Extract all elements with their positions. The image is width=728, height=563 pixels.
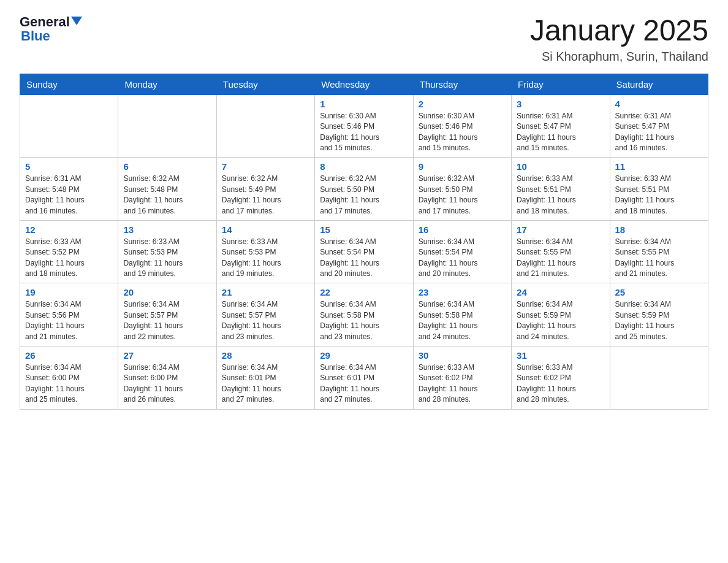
calendar-cell: 27Sunrise: 6:34 AM Sunset: 6:00 PM Dayli… bbox=[118, 347, 216, 410]
day-number: 5 bbox=[25, 161, 113, 172]
calendar-cell: 12Sunrise: 6:33 AM Sunset: 5:52 PM Dayli… bbox=[20, 220, 118, 283]
calendar-cell: 23Sunrise: 6:34 AM Sunset: 5:58 PM Dayli… bbox=[413, 283, 511, 347]
day-info: Sunrise: 6:33 AM Sunset: 6:02 PM Dayligh… bbox=[517, 362, 604, 405]
day-number: 12 bbox=[25, 224, 113, 235]
logo-triangle-icon bbox=[71, 17, 82, 25]
header-friday: Friday bbox=[512, 74, 610, 94]
logo-blue-text: Blue bbox=[21, 28, 50, 44]
day-number: 4 bbox=[615, 99, 703, 109]
calendar-table: Sunday Monday Tuesday Wednesday Thursday… bbox=[20, 74, 708, 410]
calendar-cell: 5Sunrise: 6:31 AM Sunset: 5:48 PM Daylig… bbox=[20, 158, 118, 221]
calendar-cell bbox=[610, 347, 708, 410]
calendar-cell: 18Sunrise: 6:34 AM Sunset: 5:55 PM Dayli… bbox=[610, 220, 708, 283]
calendar-cell: 29Sunrise: 6:34 AM Sunset: 6:01 PM Dayli… bbox=[315, 347, 413, 410]
day-info: Sunrise: 6:33 AM Sunset: 5:52 PM Dayligh… bbox=[25, 237, 113, 280]
calendar-cell: 15Sunrise: 6:34 AM Sunset: 5:54 PM Dayli… bbox=[315, 220, 413, 283]
day-number: 2 bbox=[419, 99, 506, 109]
day-number: 31 bbox=[517, 350, 604, 361]
calendar-cell: 7Sunrise: 6:32 AM Sunset: 5:49 PM Daylig… bbox=[216, 158, 314, 221]
main-title: January 2025 bbox=[530, 15, 708, 47]
day-info: Sunrise: 6:32 AM Sunset: 5:50 PM Dayligh… bbox=[320, 174, 408, 216]
calendar-cell: 2Sunrise: 6:30 AM Sunset: 5:46 PM Daylig… bbox=[413, 94, 511, 158]
logo-general-text: General bbox=[20, 15, 70, 29]
calendar-header: Sunday Monday Tuesday Wednesday Thursday… bbox=[20, 74, 708, 94]
calendar-cell: 19Sunrise: 6:34 AM Sunset: 5:56 PM Dayli… bbox=[20, 283, 118, 347]
page-header: General Blue January 2025 Si Khoraphum, … bbox=[20, 15, 708, 64]
calendar-cell bbox=[216, 94, 314, 158]
calendar-cell: 9Sunrise: 6:32 AM Sunset: 5:50 PM Daylig… bbox=[413, 158, 511, 221]
calendar-cell: 6Sunrise: 6:32 AM Sunset: 5:48 PM Daylig… bbox=[118, 158, 216, 221]
calendar-cell bbox=[20, 94, 118, 158]
day-info: Sunrise: 6:34 AM Sunset: 5:59 PM Dayligh… bbox=[615, 299, 703, 342]
header-monday: Monday bbox=[118, 74, 216, 94]
calendar-cell: 13Sunrise: 6:33 AM Sunset: 5:53 PM Dayli… bbox=[118, 220, 216, 283]
day-info: Sunrise: 6:30 AM Sunset: 5:46 PM Dayligh… bbox=[320, 111, 408, 154]
week-row-4: 26Sunrise: 6:34 AM Sunset: 6:00 PM Dayli… bbox=[20, 347, 708, 410]
week-row-0: 1Sunrise: 6:30 AM Sunset: 5:46 PM Daylig… bbox=[20, 94, 708, 158]
week-row-3: 19Sunrise: 6:34 AM Sunset: 5:56 PM Dayli… bbox=[20, 283, 708, 347]
header-saturday: Saturday bbox=[610, 74, 708, 94]
day-number: 29 bbox=[320, 350, 408, 361]
day-number: 20 bbox=[123, 287, 211, 297]
day-info: Sunrise: 6:34 AM Sunset: 5:58 PM Dayligh… bbox=[320, 299, 408, 342]
day-number: 30 bbox=[419, 350, 506, 361]
calendar-cell: 21Sunrise: 6:34 AM Sunset: 5:57 PM Dayli… bbox=[216, 283, 314, 347]
day-info: Sunrise: 6:33 AM Sunset: 5:53 PM Dayligh… bbox=[123, 237, 211, 280]
day-info: Sunrise: 6:33 AM Sunset: 5:51 PM Dayligh… bbox=[517, 174, 604, 216]
day-number: 14 bbox=[222, 224, 309, 235]
day-info: Sunrise: 6:31 AM Sunset: 5:47 PM Dayligh… bbox=[517, 111, 604, 154]
day-info: Sunrise: 6:34 AM Sunset: 6:01 PM Dayligh… bbox=[222, 362, 309, 405]
day-number: 6 bbox=[123, 161, 211, 172]
day-number: 13 bbox=[123, 224, 211, 235]
day-number: 18 bbox=[615, 224, 703, 235]
calendar-cell: 25Sunrise: 6:34 AM Sunset: 5:59 PM Dayli… bbox=[610, 283, 708, 347]
week-row-2: 12Sunrise: 6:33 AM Sunset: 5:52 PM Dayli… bbox=[20, 220, 708, 283]
calendar-cell: 16Sunrise: 6:34 AM Sunset: 5:54 PM Dayli… bbox=[413, 220, 511, 283]
logo: General Blue bbox=[20, 15, 82, 44]
calendar-cell bbox=[118, 94, 216, 158]
calendar-cell: 3Sunrise: 6:31 AM Sunset: 5:47 PM Daylig… bbox=[512, 94, 610, 158]
calendar-cell: 24Sunrise: 6:34 AM Sunset: 5:59 PM Dayli… bbox=[512, 283, 610, 347]
calendar-cell: 4Sunrise: 6:31 AM Sunset: 5:47 PM Daylig… bbox=[610, 94, 708, 158]
title-section: January 2025 Si Khoraphum, Surin, Thaila… bbox=[530, 15, 708, 64]
day-info: Sunrise: 6:34 AM Sunset: 5:58 PM Dayligh… bbox=[419, 299, 506, 342]
header-row: Sunday Monday Tuesday Wednesday Thursday… bbox=[20, 74, 708, 94]
day-number: 10 bbox=[517, 161, 604, 172]
calendar-cell: 31Sunrise: 6:33 AM Sunset: 6:02 PM Dayli… bbox=[512, 347, 610, 410]
day-info: Sunrise: 6:34 AM Sunset: 5:57 PM Dayligh… bbox=[123, 299, 211, 342]
calendar-cell: 28Sunrise: 6:34 AM Sunset: 6:01 PM Dayli… bbox=[216, 347, 314, 410]
day-info: Sunrise: 6:34 AM Sunset: 5:55 PM Dayligh… bbox=[517, 237, 604, 280]
day-number: 11 bbox=[615, 161, 703, 172]
day-number: 1 bbox=[320, 99, 408, 109]
day-info: Sunrise: 6:34 AM Sunset: 5:57 PM Dayligh… bbox=[222, 299, 309, 342]
calendar-cell: 30Sunrise: 6:33 AM Sunset: 6:02 PM Dayli… bbox=[413, 347, 511, 410]
day-info: Sunrise: 6:33 AM Sunset: 6:02 PM Dayligh… bbox=[419, 362, 506, 405]
calendar-cell: 8Sunrise: 6:32 AM Sunset: 5:50 PM Daylig… bbox=[315, 158, 413, 221]
day-info: Sunrise: 6:34 AM Sunset: 6:00 PM Dayligh… bbox=[25, 362, 113, 405]
calendar-cell: 1Sunrise: 6:30 AM Sunset: 5:46 PM Daylig… bbox=[315, 94, 413, 158]
day-info: Sunrise: 6:34 AM Sunset: 5:54 PM Dayligh… bbox=[320, 237, 408, 280]
day-info: Sunrise: 6:32 AM Sunset: 5:48 PM Dayligh… bbox=[123, 174, 211, 216]
day-info: Sunrise: 6:32 AM Sunset: 5:49 PM Dayligh… bbox=[222, 174, 309, 216]
day-info: Sunrise: 6:33 AM Sunset: 5:53 PM Dayligh… bbox=[222, 237, 309, 280]
calendar-cell: 26Sunrise: 6:34 AM Sunset: 6:00 PM Dayli… bbox=[20, 347, 118, 410]
subtitle: Si Khoraphum, Surin, Thailand bbox=[530, 50, 708, 64]
day-info: Sunrise: 6:34 AM Sunset: 5:54 PM Dayligh… bbox=[419, 237, 506, 280]
day-info: Sunrise: 6:34 AM Sunset: 5:55 PM Dayligh… bbox=[615, 237, 703, 280]
day-info: Sunrise: 6:30 AM Sunset: 5:46 PM Dayligh… bbox=[419, 111, 506, 154]
day-info: Sunrise: 6:34 AM Sunset: 6:00 PM Dayligh… bbox=[123, 362, 211, 405]
day-number: 7 bbox=[222, 161, 309, 172]
day-number: 23 bbox=[419, 287, 506, 297]
day-number: 22 bbox=[320, 287, 408, 297]
day-number: 21 bbox=[222, 287, 309, 297]
day-info: Sunrise: 6:31 AM Sunset: 5:47 PM Dayligh… bbox=[615, 111, 703, 154]
day-number: 3 bbox=[517, 99, 604, 109]
calendar-cell: 22Sunrise: 6:34 AM Sunset: 5:58 PM Dayli… bbox=[315, 283, 413, 347]
header-sunday: Sunday bbox=[20, 74, 118, 94]
day-info: Sunrise: 6:32 AM Sunset: 5:50 PM Dayligh… bbox=[419, 174, 506, 216]
day-number: 28 bbox=[222, 350, 309, 361]
calendar-body: 1Sunrise: 6:30 AM Sunset: 5:46 PM Daylig… bbox=[20, 94, 708, 409]
day-number: 19 bbox=[25, 287, 113, 297]
day-info: Sunrise: 6:31 AM Sunset: 5:48 PM Dayligh… bbox=[25, 174, 113, 216]
calendar-cell: 20Sunrise: 6:34 AM Sunset: 5:57 PM Dayli… bbox=[118, 283, 216, 347]
